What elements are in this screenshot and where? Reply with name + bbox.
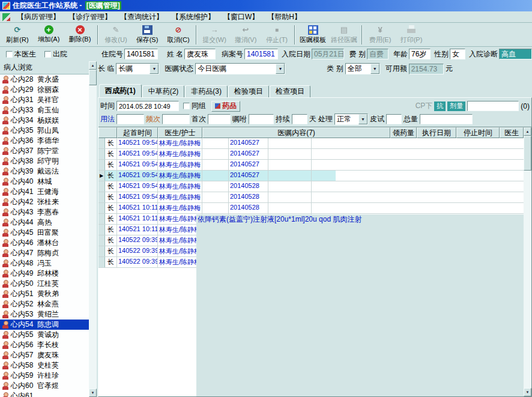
toolbar-button-submit[interactable]: 提交(W) — [199, 24, 230, 46]
menu-item-1[interactable]: 【诊疗管理】 — [64, 13, 116, 21]
orders-scrollbar[interactable]: ▲ ▼ — [524, 127, 531, 396]
scroll-track[interactable] — [89, 85, 97, 389]
order-time-input[interactable]: 2014.05.28 10:49 — [116, 101, 179, 111]
advice-input[interactable] — [249, 114, 274, 124]
scroll-thumb[interactable] — [89, 70, 97, 85]
scroll-up-icon[interactable]: ▲ — [524, 127, 531, 136]
tab-1[interactable]: 中草药(2) — [142, 85, 185, 97]
order-status-dropdown[interactable]: 今日医嘱 ▼ — [195, 63, 285, 74]
toolbar-button-add[interactable]: 增加(A) — [33, 24, 64, 46]
chevron-down-icon[interactable]: ▼ — [150, 64, 159, 74]
handle-dropdown[interactable]: 正常 ▼ — [334, 114, 368, 125]
mdi-child-icon[interactable] — [2, 13, 10, 21]
patient-list-item[interactable]: 心内49 邱林楼 — [0, 268, 89, 279]
persist-input[interactable] — [292, 114, 307, 124]
menu-item-3[interactable]: 【系统维护】 — [168, 13, 219, 21]
patient-list-item[interactable]: 心内61 — [0, 391, 89, 397]
toolbar-button-path[interactable]: 路径医嘱 — [328, 24, 360, 46]
patient-list-item[interactable]: 心内60 官孝煜 — [0, 381, 89, 391]
order-row[interactable]: 长 140521 10:11 林寿生/陈静梅 0.9%氯化钠注射液(塑)(海王)… — [98, 203, 524, 214]
order-row[interactable]: ▶ 长 140521 09:54 林寿生/陈静梅 测血压 bid [心血管内科]… — [98, 171, 524, 181]
patient-list-item[interactable]: 心内35 郭山凤 — [0, 126, 89, 136]
tab-4[interactable]: 检查项目 — [270, 85, 310, 97]
freq-input[interactable] — [162, 114, 190, 124]
patient-list-item[interactable]: 心内47 陈梅贞 — [0, 248, 89, 258]
usage-input[interactable] — [116, 114, 144, 124]
dose-input[interactable] — [467, 101, 519, 111]
chevron-down-icon[interactable]: ▼ — [370, 64, 379, 74]
patient-list-item[interactable]: 心内44 高热 — [0, 217, 89, 228]
scroll-thumb[interactable] — [524, 136, 531, 171]
same-group-checkbox[interactable]: 同组 — [183, 101, 206, 111]
patient-list-item[interactable]: 心内53 黄绍兰 — [0, 309, 89, 320]
order-row[interactable]: 长 140521 09:54 林寿生/陈静梅 低盐、低脂饮食 qd [心血管内科… — [98, 160, 524, 171]
toolbar-button-edit[interactable]: 修改(U) — [100, 24, 131, 46]
tab-2[interactable]: 非药品(3) — [185, 85, 228, 97]
skin-test-input[interactable] — [386, 114, 402, 124]
patient-list-item[interactable]: 心内56 李长枝 — [0, 340, 89, 350]
patient-list-item[interactable]: 心内37 陈宁堂 — [0, 146, 89, 156]
total-input[interactable] — [420, 114, 473, 124]
menu-item-0[interactable]: 【病历管理】 — [13, 13, 64, 21]
patient-list-item[interactable]: 心内39 戴远法 — [0, 166, 89, 177]
patient-list-item[interactable]: 心内59 许桂珍 — [0, 371, 89, 381]
patient-list-item[interactable]: 心内33 俞玉仙 — [0, 105, 89, 115]
patient-list-item[interactable]: 心内46 潘林台 — [0, 238, 89, 248]
toolbar-button-template[interactable]: 医嘱模板 — [297, 24, 328, 46]
patient-list-item[interactable]: 心内42 张桂来 — [0, 197, 89, 207]
order-row[interactable]: 长 140522 09:39 林寿生/陈静梅 依降钙素(益盖宁)注射液[20u*… — [98, 257, 524, 268]
toolbar-button-undo[interactable]: 撤消(V) — [230, 24, 261, 46]
patient-list-scrollbar[interactable]: ▲ ▼ — [89, 61, 97, 397]
patient-list-item[interactable]: 心内54 陈忠调 — [0, 320, 89, 330]
patient-list-item[interactable]: 心内43 李惠春 — [0, 207, 89, 217]
menu-item-5[interactable]: 【帮助H】 — [263, 13, 306, 21]
order-type-dropdown[interactable]: 长嘱 ▼ — [116, 63, 159, 74]
patient-list-item[interactable]: 心内57 虞友珠 — [0, 350, 89, 360]
patient-list-item[interactable]: 心内34 杨媄媄 — [0, 115, 89, 126]
long-term-label: 长 临 — [98, 64, 114, 74]
patient-list-item[interactable]: 心内41 王健海 — [0, 187, 89, 197]
discharged-checkbox[interactable]: 出院 — [44, 49, 67, 59]
order-row[interactable]: 长 140521 09:54 林寿生/陈静梅 二甲双胍缓释片[0.5g*30s]… — [98, 192, 524, 203]
my-doctor-checkbox[interactable]: 本医生 — [6, 49, 36, 59]
patient-list-item[interactable]: 心内50 江桂英 — [0, 279, 89, 289]
toolbar-button-save[interactable]: 保存(S) — [131, 24, 163, 46]
patient-name: 官孝煜 — [37, 381, 89, 391]
toolbar-button-cancel[interactable]: 取消(C) — [163, 24, 194, 46]
patient-list-item[interactable]: 心内29 徐丽森 — [0, 85, 89, 95]
toolbar-button-label: 停止(T) — [266, 35, 288, 44]
patient-list-item[interactable]: 心内55 黄诚劝 — [0, 330, 89, 340]
patient-list-item[interactable]: 心内48 冯玉 — [0, 258, 89, 268]
patient-list-item[interactable]: 心内36 李德华 — [0, 136, 89, 146]
patient-list-item[interactable]: 心内38 邱守明 — [0, 156, 89, 166]
order-row[interactable]: 长 140521 09:54 林寿生/陈静梅 按内科护理常规 qd [心血管内科… — [98, 138, 524, 149]
first-input[interactable] — [208, 114, 231, 124]
menu-item-2[interactable]: 【查询统计】 — [116, 13, 168, 21]
patient-list-item[interactable]: 心内58 史桂英 — [0, 360, 89, 371]
patient-list-item[interactable]: 心内52 林金燕 — [0, 299, 89, 309]
patient-list-item[interactable]: 心内40 林城 — [0, 177, 89, 187]
toolbar-button-refresh[interactable]: 刷新(R) — [2, 24, 33, 46]
patient-list-item[interactable]: 心内51 黄秋弟 — [0, 289, 89, 299]
order-row[interactable]: 长 140521 09:54 林寿生/陈静梅 氨氯地平片(络活喜)[5mg*7s… — [98, 181, 524, 192]
chevron-down-icon[interactable]: ▼ — [358, 114, 367, 124]
toolbar-button-stop[interactable]: 停止(T) — [261, 24, 292, 46]
toolbar-button-fee[interactable]: 费用(E) — [364, 24, 396, 46]
patient-list-item[interactable]: 心内28 黄永盛 — [0, 74, 89, 85]
tab-3[interactable]: 检验项目 — [228, 85, 269, 97]
drug-select-button[interactable]: 药品 — [211, 101, 240, 112]
toolbar-button-delete[interactable]: 删除(B) — [64, 24, 95, 46]
scroll-down-icon[interactable]: ▼ — [89, 389, 97, 397]
antibiotic-flag[interactable]: 抗 — [434, 102, 446, 111]
menu-item-4[interactable]: 【窗口W】 — [219, 13, 263, 21]
chevron-down-icon[interactable]: ▼ — [276, 64, 285, 74]
scroll-down-icon[interactable]: ▼ — [524, 388, 531, 396]
toolbar-button-print[interactable]: 打印(P) — [396, 24, 427, 46]
patient-list-item[interactable]: 心内45 田富聚 — [0, 228, 89, 238]
scroll-track[interactable] — [524, 171, 531, 388]
order-row[interactable]: 长 140521 09:54 林寿生/陈静梅 II级护理 qd [心血管内科] … — [98, 149, 524, 160]
tab-0[interactable]: 西成药(1) — [99, 84, 142, 97]
scroll-up-icon[interactable]: ▲ — [89, 61, 97, 70]
patient-list-item[interactable]: 心内31 吴祥官 — [0, 95, 89, 105]
category-dropdown[interactable]: 全部 ▼ — [345, 63, 380, 74]
